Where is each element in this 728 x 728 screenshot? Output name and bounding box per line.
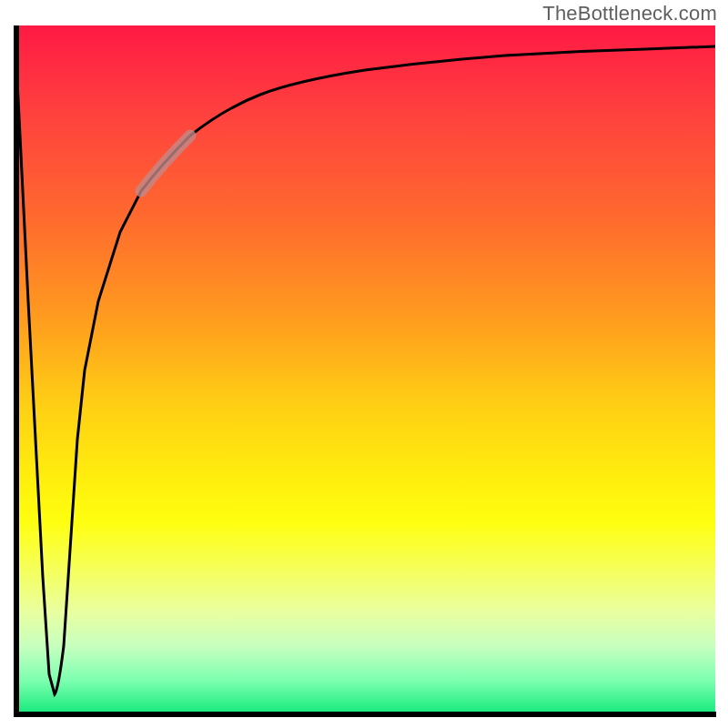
chart-container: TheBottleneck.com — [0, 0, 728, 728]
curve-svg — [15, 25, 715, 715]
watermark-text: TheBottleneck.com — [542, 2, 717, 25]
bottleneck-curve — [15, 25, 715, 694]
y-axis-line — [14, 25, 19, 716]
plot-area — [15, 25, 715, 715]
x-axis-line — [14, 712, 716, 717]
